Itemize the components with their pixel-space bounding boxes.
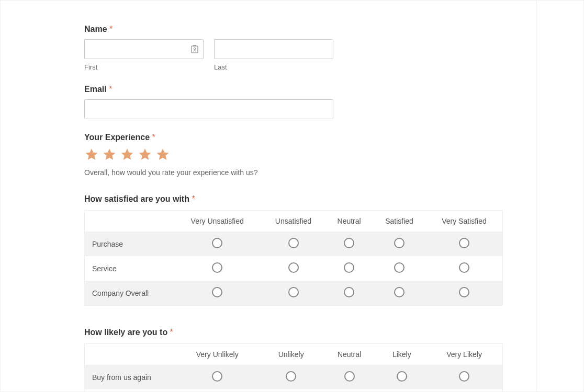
- required-marker: *: [170, 328, 173, 337]
- likelihood-radio[interactable]: [344, 371, 355, 382]
- first-name-input[interactable]: [84, 39, 204, 59]
- satisfaction-radio[interactable]: [288, 238, 299, 248]
- matrix-row-header: Buy from us again: [85, 365, 174, 389]
- matrix-column-header: Satisfied: [373, 211, 426, 232]
- star-icon[interactable]: [155, 147, 170, 162]
- email-label-text: Email: [84, 85, 107, 94]
- satisfaction-radio[interactable]: [212, 238, 222, 248]
- last-name-input[interactable]: [214, 39, 333, 59]
- matrix-column-header: Very Likely: [426, 344, 502, 365]
- matrix-column-header: Neutral: [321, 344, 377, 365]
- likelihood-radio[interactable]: [212, 371, 222, 382]
- email-label: Email *: [84, 85, 419, 94]
- star-icon[interactable]: [120, 147, 134, 162]
- matrix-column-header: Unsatisfied: [261, 211, 325, 232]
- name-label-text: Name: [84, 25, 107, 33]
- name-field-group: Name *: [84, 25, 419, 71]
- matrix-column-header: Very Unsatisfied: [174, 211, 261, 232]
- satisfaction-radio[interactable]: [394, 238, 405, 248]
- matrix-column-header: Very Unlikely: [174, 344, 261, 365]
- likelihood-label: How likely are you to *: [84, 328, 419, 337]
- satisfaction-matrix-group: How satisfied are you with * Very Unsati…: [84, 194, 419, 306]
- satisfaction-radio[interactable]: [459, 238, 469, 248]
- table-row: Purchase: [85, 232, 503, 256]
- satisfaction-radio[interactable]: [459, 262, 469, 273]
- likelihood-matrix-group: How likely are you to * Very UnlikelyUnl…: [84, 328, 419, 392]
- matrix-column-header: Likely: [378, 344, 426, 365]
- star-icon[interactable]: [138, 147, 152, 162]
- satisfaction-label-text: How satisfied are you with: [84, 194, 189, 203]
- matrix-row-header: Service: [85, 256, 174, 281]
- required-marker: *: [109, 25, 113, 33]
- table-row: Company Overall: [85, 281, 503, 306]
- satisfaction-radio[interactable]: [394, 262, 405, 273]
- matrix-row-header: Purchase: [85, 232, 174, 256]
- satisfaction-radio[interactable]: [288, 262, 299, 273]
- matrix-column-header: Unlikely: [261, 344, 321, 365]
- likelihood-label-text: How likely are you to: [84, 328, 167, 337]
- likelihood-radio[interactable]: [459, 371, 469, 382]
- required-marker: *: [152, 133, 155, 142]
- matrix-blank-header: [85, 344, 174, 365]
- experience-field-group: Your Experience * Overall, how would you…: [84, 133, 419, 177]
- experience-help-text: Overall, how would you rate your experie…: [84, 168, 419, 177]
- satisfaction-radio[interactable]: [394, 287, 405, 297]
- table-row: Service: [85, 256, 503, 281]
- satisfaction-matrix: Very UnsatisfiedUnsatisfiedNeutralSatisf…: [84, 210, 503, 306]
- required-marker: *: [192, 194, 195, 203]
- star-icon[interactable]: [84, 147, 99, 162]
- star-icon[interactable]: [102, 147, 117, 162]
- matrix-column-header: Very Satisfied: [426, 211, 503, 232]
- satisfaction-radio[interactable]: [212, 262, 222, 273]
- likelihood-radio[interactable]: [286, 371, 296, 382]
- matrix-row-header: Company Overall: [85, 281, 174, 306]
- satisfaction-radio[interactable]: [344, 238, 354, 248]
- first-name-sublabel: First: [84, 63, 204, 71]
- star-rating[interactable]: [84, 147, 419, 162]
- matrix-row-header: Recommend our product to others: [85, 389, 174, 392]
- table-row: Recommend our product to others: [85, 389, 503, 392]
- matrix-column-header: Neutral: [325, 211, 373, 232]
- satisfaction-radio[interactable]: [344, 287, 354, 297]
- experience-label: Your Experience *: [84, 133, 419, 142]
- likelihood-radio[interactable]: [397, 371, 407, 382]
- table-row: Buy from us again: [85, 365, 503, 389]
- email-input[interactable]: [84, 99, 333, 119]
- matrix-blank-header: [85, 211, 174, 232]
- satisfaction-radio[interactable]: [344, 262, 354, 273]
- satisfaction-radio[interactable]: [212, 287, 222, 297]
- last-name-sublabel: Last: [214, 63, 333, 71]
- satisfaction-radio[interactable]: [459, 287, 469, 297]
- likelihood-matrix: Very UnlikelyUnlikelyNeutralLikelyVery L…: [84, 343, 503, 392]
- satisfaction-radio[interactable]: [288, 287, 299, 297]
- survey-form: Name *: [1, 1, 503, 392]
- name-label: Name *: [84, 25, 419, 34]
- email-field-group: Email *: [84, 85, 419, 119]
- satisfaction-label: How satisfied are you with *: [84, 194, 419, 204]
- experience-label-text: Your Experience: [84, 133, 150, 142]
- required-marker: *: [109, 85, 112, 94]
